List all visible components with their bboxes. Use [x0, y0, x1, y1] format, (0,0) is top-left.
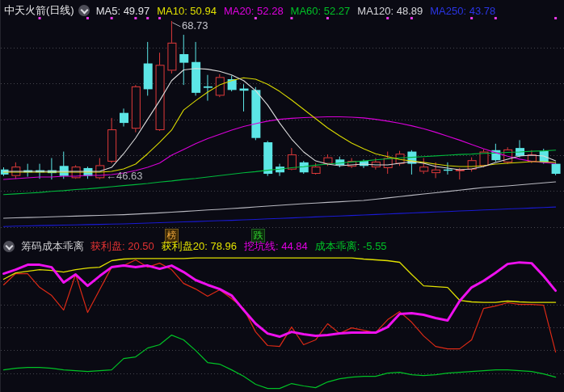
ma5-legend: MA5: 49.97 [96, 5, 150, 17]
ma10-legend: MA10: 50.94 [157, 5, 217, 17]
wakengxian-value: 挖坑线: 44.84 [244, 239, 308, 254]
ma120-legend: MA120: 48.89 [357, 5, 423, 17]
huolipan20-value: 获利盘20: 78.96 [162, 239, 237, 254]
indicator-title: 筹码成本乖离 [21, 239, 84, 254]
stock-chart-window: 中天火箭(日线) MA5: 49.97 MA10: 50.94 MA20: 52… [0, 0, 564, 392]
highest-price-label: 68.73 [182, 19, 208, 32]
kline-chart-canvas[interactable] [1, 0, 564, 392]
ma20-legend: MA20: 52.28 [224, 5, 284, 17]
ma250-legend: MA250: 43.78 [430, 5, 495, 17]
main-chart-header: 中天火箭(日线) MA5: 49.97 MA10: 50.94 MA20: 52… [1, 0, 564, 21]
huolipan-value: 获利盘: 20.50 [90, 239, 154, 254]
chevron-down-icon[interactable] [78, 5, 90, 16]
stock-title: 中天火箭(日线) [4, 3, 74, 18]
chengbenguaili-value: 成本乖离: -5.55 [315, 239, 387, 254]
indicator-header: 筹码成本乖离 获利盘: 20.50 获利盘20: 78.96 挖坑线: 44.8… [1, 238, 564, 255]
chevron-down-icon[interactable] [3, 241, 15, 252]
ma60-legend: MA60: 52.27 [291, 5, 351, 17]
lowest-price-label: ←46.63 [106, 170, 143, 182]
